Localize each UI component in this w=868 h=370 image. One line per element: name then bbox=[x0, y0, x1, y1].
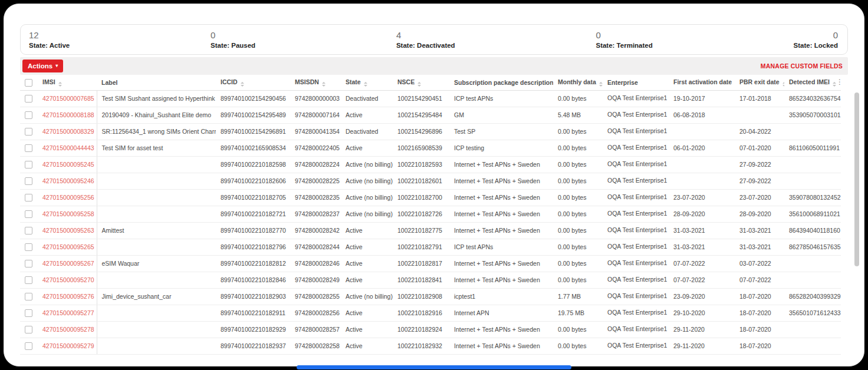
row-checkbox[interactable] bbox=[25, 95, 32, 103]
column-header[interactable]: First activation date bbox=[669, 75, 735, 90]
imsi-link[interactable]: 427015000095270 bbox=[42, 276, 94, 283]
stat-count: 0 bbox=[794, 30, 838, 40]
first-activation-cell: 07-07-2022 bbox=[669, 272, 735, 288]
imsi-link[interactable]: 427015000095278 bbox=[42, 326, 94, 333]
select-all-checkbox[interactable] bbox=[25, 79, 32, 87]
row-checkbox[interactable] bbox=[25, 144, 32, 152]
stat-count: 12 bbox=[29, 30, 70, 40]
pbr-exit-cell: 20-04-2022 bbox=[735, 123, 784, 140]
app-window: 12 State: Active 0 State: Paused 4 State… bbox=[4, 4, 864, 366]
row-checkbox[interactable] bbox=[25, 177, 32, 185]
msisdn-cell: 9742800028244 bbox=[290, 239, 341, 255]
nsce-cell: 1002210182916 bbox=[393, 305, 449, 321]
first-activation-cell: 23-07-2020 bbox=[669, 189, 735, 206]
imsi-link[interactable]: 427015000044443 bbox=[42, 144, 94, 151]
checkbox-cell bbox=[20, 305, 38, 321]
imsi-link[interactable]: 427015000095263 bbox=[42, 227, 94, 234]
manage-custom-fields-link[interactable]: MANAGE CUSTOM FIELDS bbox=[761, 62, 843, 70]
column-header[interactable]: State bbox=[341, 75, 393, 90]
sort-icon[interactable] bbox=[782, 82, 784, 87]
imsi-cell: 427015000008329 bbox=[38, 123, 97, 140]
table-body: 427015000007685 Test SIM Sushant assigne… bbox=[20, 90, 841, 354]
imsi-cell: 427015000044443 bbox=[38, 140, 97, 156]
enterprise-name: OQA Test Enterprise1 bbox=[607, 127, 667, 134]
enterprise-cell: OQA Test Enterprise1 bbox=[603, 90, 669, 107]
checkbox-cell bbox=[20, 255, 38, 272]
vertical-scrollbar[interactable] bbox=[854, 92, 859, 349]
imsi-link[interactable]: 427015000095258 bbox=[42, 210, 94, 217]
scrollbar-thumb[interactable] bbox=[854, 92, 859, 266]
state-cell: Active bbox=[341, 272, 393, 288]
subscription-cell: ICP testing bbox=[449, 140, 553, 156]
column-header[interactable]: IMSI bbox=[38, 75, 97, 90]
imsi-cell: 427015000008188 bbox=[38, 107, 97, 123]
column-header[interactable]: PBR exit date bbox=[735, 75, 784, 90]
column-header[interactable]: NSCE bbox=[393, 75, 449, 90]
imei-cell bbox=[784, 272, 841, 288]
enterprise-cell: OQA Test Enterprise1 bbox=[603, 288, 669, 305]
imsi-link[interactable]: 427015000095279 bbox=[42, 342, 94, 349]
imei-cell: 353905070003101 bbox=[784, 107, 841, 123]
state-cell: Active bbox=[341, 140, 393, 156]
enterprise-name: OQA Test Enterprise1 bbox=[607, 144, 667, 151]
column-header[interactable]: Enterprise bbox=[603, 75, 669, 90]
imsi-link[interactable]: 427015000095245 bbox=[42, 161, 94, 168]
imsi-cell: 427015000095245 bbox=[38, 156, 97, 173]
sort-icon[interactable] bbox=[58, 82, 62, 87]
column-header[interactable]: Subscription package description bbox=[449, 75, 553, 90]
sort-icon[interactable] bbox=[322, 82, 326, 87]
chevron-down-icon: ▾ bbox=[55, 64, 58, 68]
column-header[interactable]: ICCID bbox=[216, 75, 290, 90]
row-checkbox[interactable] bbox=[25, 111, 32, 119]
row-checkbox[interactable] bbox=[25, 194, 32, 201]
row-checkbox[interactable] bbox=[25, 276, 32, 284]
monthly-data-cell: 5.48 MB bbox=[553, 107, 603, 123]
enterprise-cell: OQA Test Enterprise1 bbox=[603, 107, 669, 123]
sort-icon[interactable] bbox=[599, 82, 603, 87]
sort-icon[interactable] bbox=[417, 82, 421, 87]
imsi-link[interactable]: 427015000095277 bbox=[42, 309, 94, 316]
pbr-exit-cell: 18-07-2020 bbox=[735, 338, 784, 354]
column-header-label: PBR exit date bbox=[739, 78, 780, 85]
column-menu-icon[interactable]: ⋮ bbox=[836, 78, 843, 86]
enterprise-name: OQA Test Enterprise1 bbox=[607, 226, 667, 233]
row-checkbox[interactable] bbox=[25, 210, 32, 218]
row-checkbox[interactable] bbox=[25, 161, 32, 169]
imsi-link[interactable]: 427015000095276 bbox=[42, 293, 94, 300]
label-cell: eSIM Waquar bbox=[97, 255, 216, 272]
sort-icon[interactable] bbox=[241, 82, 244, 87]
imsi-link[interactable]: 427015000095265 bbox=[42, 243, 94, 250]
row-checkbox[interactable] bbox=[25, 342, 32, 350]
row-checkbox[interactable] bbox=[25, 128, 32, 136]
row-checkbox[interactable] bbox=[25, 309, 32, 317]
imsi-link[interactable]: 427015000095267 bbox=[42, 260, 94, 267]
sort-icon[interactable] bbox=[364, 82, 367, 87]
row-checkbox[interactable] bbox=[25, 260, 32, 267]
sort-icon[interactable] bbox=[833, 82, 836, 87]
checkbox-cell bbox=[20, 321, 38, 338]
imsi-link[interactable]: 427015000095256 bbox=[42, 194, 94, 201]
stat-count: 4 bbox=[396, 30, 455, 40]
nsce-cell: 1002210182932 bbox=[393, 338, 449, 354]
column-header[interactable]: MSISDN bbox=[290, 75, 341, 90]
row-checkbox[interactable] bbox=[25, 243, 32, 251]
column-header[interactable]: Monthly data bbox=[553, 75, 603, 90]
imsi-link[interactable]: 427015000008188 bbox=[42, 111, 94, 118]
checkbox-cell bbox=[20, 222, 38, 239]
row-checkbox[interactable] bbox=[25, 227, 32, 234]
pbr-exit-cell bbox=[735, 107, 784, 123]
column-header-label: Detected IMEI bbox=[789, 78, 830, 85]
actions-button[interactable]: Actions ▾ bbox=[22, 60, 63, 72]
pbr-exit-cell: 07-01-2020 bbox=[735, 140, 784, 156]
imsi-link[interactable]: 427015000007685 bbox=[42, 95, 94, 102]
imsi-link[interactable]: 427015000008329 bbox=[42, 128, 94, 135]
iccid-cell: 8997401002210182903 bbox=[216, 288, 290, 305]
subscription-cell: Internet + Test APNs + Sweden bbox=[449, 321, 553, 338]
row-checkbox[interactable] bbox=[25, 293, 32, 300]
iccid-cell: 8997401002210182846 bbox=[216, 272, 290, 288]
iccid-cell: 8997401002154295489 bbox=[216, 107, 290, 123]
row-checkbox[interactable] bbox=[25, 326, 32, 333]
imsi-link[interactable]: 427015000095246 bbox=[42, 177, 94, 184]
column-header[interactable]: Detected IMEI bbox=[784, 75, 841, 90]
column-header[interactable]: Label bbox=[97, 75, 216, 90]
